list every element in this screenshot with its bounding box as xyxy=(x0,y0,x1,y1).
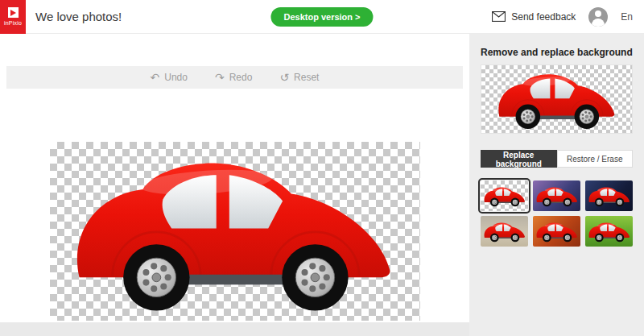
car-thumb-image xyxy=(482,221,527,243)
background-panel: Remove and replace background Replace ba… xyxy=(469,34,644,336)
send-feedback-button[interactable]: Send feedback xyxy=(492,11,576,23)
image-canvas[interactable] xyxy=(50,142,420,321)
edit-toolbar: ↶ Undo ↷ Redo ↺ Reset xyxy=(6,66,463,89)
bg-thumb-purple-night[interactable] xyxy=(533,180,580,211)
undo-icon: ↶ xyxy=(151,72,160,83)
app-header: inPixio We love photos! Desktop version … xyxy=(0,0,644,34)
car-thumb-image xyxy=(535,221,580,243)
user-avatar-icon[interactable] xyxy=(588,7,608,27)
car-thumb-image xyxy=(587,185,632,207)
car-thumb-image xyxy=(482,185,527,207)
bg-thumb-autumn-leaves[interactable] xyxy=(533,216,580,247)
bg-thumb-beach-sand[interactable] xyxy=(481,216,528,247)
tab-replace-background[interactable]: Replace background xyxy=(481,150,557,168)
bg-thumb-dark-navy[interactable] xyxy=(585,180,633,211)
envelope-icon xyxy=(492,11,506,22)
language-selector[interactable]: En xyxy=(621,11,633,23)
desktop-version-button[interactable]: Desktop version > xyxy=(270,7,373,27)
redo-button[interactable]: ↷ Redo xyxy=(215,72,252,83)
undo-button[interactable]: ↶ Undo xyxy=(151,72,188,83)
redo-icon: ↷ xyxy=(215,72,225,83)
car-thumb-image xyxy=(535,185,580,207)
panel-title: Remove and replace background xyxy=(481,47,633,58)
background-thumbnails xyxy=(481,180,633,247)
send-feedback-label: Send feedback xyxy=(511,11,576,23)
page-title: We love photos! xyxy=(35,10,122,23)
reset-icon: ↺ xyxy=(279,72,289,83)
editor-area: ↶ Undo ↷ Redo ↺ Reset xyxy=(0,34,469,322)
logo-icon xyxy=(8,7,19,18)
inpixio-logo[interactable]: inPixio xyxy=(0,0,26,34)
mode-tabs: Replace background Restore / Erase xyxy=(481,150,633,168)
reset-button[interactable]: ↺ Reset xyxy=(279,72,319,83)
result-preview xyxy=(481,64,633,134)
logo-label: inPixio xyxy=(4,20,22,26)
tab-restore-erase[interactable]: Restore / Erase xyxy=(557,150,634,168)
bg-thumb-green-grass[interactable] xyxy=(585,216,633,247)
bg-thumb-transparent[interactable] xyxy=(481,180,528,211)
car-preview-image xyxy=(493,68,621,131)
car-thumb-image xyxy=(587,221,632,243)
header-right-group: Send feedback En xyxy=(492,7,633,27)
car-image xyxy=(62,147,408,315)
